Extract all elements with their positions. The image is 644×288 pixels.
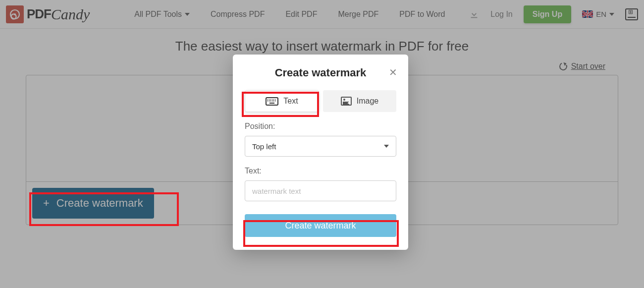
position-select[interactable]: Top left [245, 136, 396, 157]
tab-image-label: Image [357, 97, 378, 106]
tab-text[interactable]: Text [245, 90, 319, 112]
submit-create-watermark-button[interactable]: Create watermark [245, 214, 396, 237]
close-icon[interactable]: ✕ [389, 66, 397, 78]
keyboard-icon [266, 97, 278, 106]
create-watermark-modal: Create watermark ✕ Text Image Position: … [233, 55, 408, 250]
position-value: Top left [252, 142, 276, 151]
watermark-type-tabs: Text Image [245, 90, 396, 112]
watermark-text-input[interactable] [245, 180, 396, 201]
image-icon [341, 97, 352, 106]
tab-text-label: Text [283, 97, 298, 106]
modal-title: Create watermark [245, 66, 396, 79]
tab-image[interactable]: Image [323, 90, 396, 112]
text-label: Text: [245, 167, 396, 175]
chevron-down-icon [384, 145, 389, 148]
position-label: Position: [245, 122, 396, 131]
